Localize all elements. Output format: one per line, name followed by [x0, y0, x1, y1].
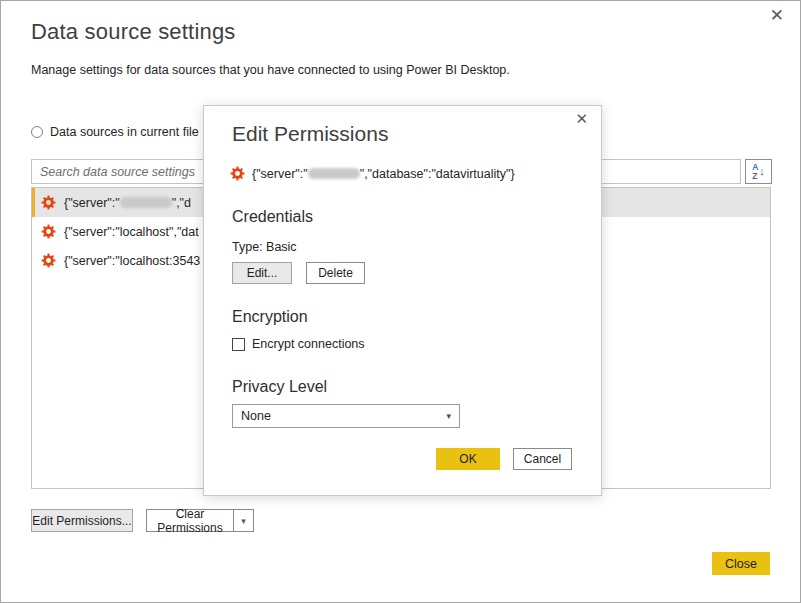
data-source-gear-icon: [41, 253, 56, 268]
encryption-heading: Encryption: [232, 308, 308, 326]
radio-data-sources-in-current-file[interactable]: Data sources in current file: [31, 125, 199, 139]
edit-permissions-dialog: ✕ Edit Permissions {"server":"","databas…: [203, 105, 602, 496]
radio-icon[interactable]: [31, 126, 43, 138]
data-source-gear-icon: [41, 224, 56, 239]
data-source-gear-icon: [41, 195, 56, 210]
edit-permissions-button[interactable]: Edit Permissions...: [31, 509, 133, 532]
credentials-heading: Credentials: [232, 208, 313, 226]
page-subtitle: Manage settings for data sources that yo…: [31, 63, 510, 77]
privacy-level-dropdown[interactable]: None ▾: [232, 404, 460, 428]
cancel-button[interactable]: Cancel: [513, 448, 572, 470]
data-source-label: {"server":"localhost:3543: [64, 254, 200, 268]
edit-credentials-button[interactable]: Edit...: [232, 262, 292, 284]
close-icon[interactable]: ✕: [770, 7, 784, 24]
close-button[interactable]: Close: [712, 552, 770, 575]
redacted-server-blur: [120, 197, 172, 208]
privacy-level-value: None: [241, 409, 271, 423]
redacted-server-blur: [308, 168, 360, 179]
chevron-down-icon: ▾: [446, 411, 451, 421]
data-source-label: {"server":"localhost","dat: [64, 225, 199, 239]
encrypt-connections-option[interactable]: Encrypt connections: [232, 337, 365, 351]
selected-row-accent: [32, 188, 35, 217]
clear-permissions-button[interactable]: Clear Permissions: [146, 509, 234, 532]
data-source-gear-icon: [230, 166, 245, 181]
dialog-close-icon[interactable]: ✕: [575, 111, 588, 126]
encrypt-connections-label: Encrypt connections: [252, 337, 365, 351]
encrypt-connections-checkbox[interactable]: [232, 338, 245, 351]
privacy-level-heading: Privacy Level: [232, 378, 327, 396]
radio-label: Data sources in current file: [50, 125, 199, 139]
sort-button[interactable]: A Z ↓: [745, 159, 772, 184]
credentials-type-label: Type: Basic: [232, 240, 297, 254]
page-title: Data source settings: [31, 19, 236, 45]
delete-credentials-button[interactable]: Delete: [306, 262, 365, 284]
dialog-data-source-label: {"server":"","database":"datavirtuality"…: [252, 167, 515, 181]
clear-permissions-dropdown-arrow[interactable]: ▾: [233, 509, 254, 532]
sort-az-icon: A Z: [752, 163, 758, 180]
dialog-data-source: {"server":"","database":"datavirtuality"…: [230, 166, 515, 181]
data-source-label: {"server":"","d: [64, 196, 191, 210]
ok-button[interactable]: OK: [436, 448, 500, 470]
sort-arrow-icon: ↓: [759, 166, 765, 177]
dialog-title: Edit Permissions: [232, 122, 388, 146]
data-source-settings-window: ✕ Data source settings Manage settings f…: [0, 0, 801, 603]
